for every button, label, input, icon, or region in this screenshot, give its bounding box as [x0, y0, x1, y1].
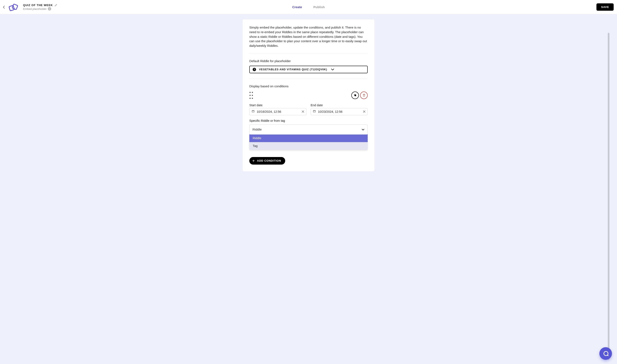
end-date-label: End date: [311, 104, 368, 107]
info-icon[interactable]: i: [48, 7, 51, 11]
title-block: QUIZ OF THE WEEK Embed placeholder i: [23, 4, 57, 11]
drag-icon: ••: [249, 97, 254, 100]
scrollbar[interactable]: [608, 33, 609, 360]
calendar-icon: [313, 110, 316, 113]
chat-icon: [603, 350, 609, 357]
page-title: QUIZ OF THE WEEK: [23, 4, 53, 7]
settings-panel: Simply embed the placeholder, update the…: [243, 19, 374, 171]
tab-publish[interactable]: Publish: [313, 5, 325, 9]
divider: [249, 53, 368, 54]
default-riddle-select[interactable]: ? VEGETABLES AND VITAMINS QUIZ (712OQV0K…: [249, 66, 368, 73]
tab-create[interactable]: Create: [292, 5, 302, 9]
svg-rect-0: [9, 5, 14, 11]
condition-header: •• •• ••: [249, 91, 368, 100]
dropdown-option-tag[interactable]: Tag: [249, 142, 368, 150]
svg-rect-5: [313, 110, 316, 112]
calendar-icon: [252, 110, 255, 113]
edit-title-button[interactable]: [55, 4, 57, 7]
duplicate-condition-button[interactable]: [351, 91, 359, 99]
default-riddle-label: Default Riddle for placeholder: [249, 59, 368, 63]
end-date-input[interactable]: 10/23/2024, 12:56: [311, 108, 368, 115]
specific-riddle-dropdown-panel: Riddle Tag: [249, 134, 368, 150]
svg-rect-2: [355, 95, 356, 96]
drag-handle[interactable]: •• •• ••: [249, 91, 254, 100]
default-riddle-value: VEGETABLES AND VITAMINS QUIZ (712OQV0K): [259, 68, 327, 71]
topbar-left: QUIZ OF THE WEEK Embed placeholder i: [2, 3, 57, 11]
chevron-down-icon: [331, 68, 334, 71]
back-button[interactable]: [2, 4, 6, 10]
divider: [249, 79, 368, 79]
svg-rect-4: [252, 110, 254, 112]
add-condition-button[interactable]: + ADD CONDITION: [249, 157, 285, 165]
pencil-icon: [55, 4, 57, 7]
intro-text: Simply embed the placeholder, update the…: [249, 25, 368, 48]
dropdown-option-riddle[interactable]: Riddle: [249, 134, 368, 142]
chat-fab[interactable]: [599, 347, 612, 360]
date-row: Start date 10/16/2024, 12:56 End date: [249, 104, 368, 115]
app-logo[interactable]: [8, 3, 19, 11]
clear-start-date-button[interactable]: [302, 110, 304, 114]
start-date-value: 10/16/2024, 12:56: [257, 110, 300, 113]
start-date-input[interactable]: 10/16/2024, 12:56: [249, 108, 306, 115]
save-button[interactable]: SAVE: [596, 3, 614, 11]
end-date-value: 10/23/2024, 12:56: [318, 110, 361, 113]
editor-canvas: Simply embed the placeholder, update the…: [0, 14, 617, 364]
chevron-left-icon: [3, 6, 5, 9]
specific-riddle-select[interactable]: Riddle: [249, 125, 368, 135]
add-condition-label: ADD CONDITION: [257, 159, 281, 162]
logo-icon: [8, 3, 19, 11]
page-subtitle: Embed placeholder: [23, 7, 47, 11]
copy-icon: [354, 94, 357, 97]
conditions-label: Display based on conditions: [249, 84, 368, 88]
clear-end-date-button[interactable]: [363, 110, 365, 114]
topbar: QUIZ OF THE WEEK Embed placeholder i Cre…: [0, 0, 617, 14]
specific-riddle-value: Riddle: [253, 128, 262, 131]
close-icon: [302, 110, 304, 113]
question-mark-icon: ?: [253, 68, 256, 71]
topbar-tabs: Create Publish: [0, 5, 617, 9]
trash-icon: [362, 94, 366, 97]
close-icon: [363, 110, 365, 113]
specific-riddle-label: Specific Riddle or from tag: [249, 119, 368, 122]
chevron-down-icon: [362, 128, 364, 131]
start-date-label: Start date: [249, 104, 306, 107]
svg-rect-1: [12, 4, 18, 10]
delete-condition-button[interactable]: [360, 91, 368, 99]
plus-icon: +: [252, 159, 255, 163]
